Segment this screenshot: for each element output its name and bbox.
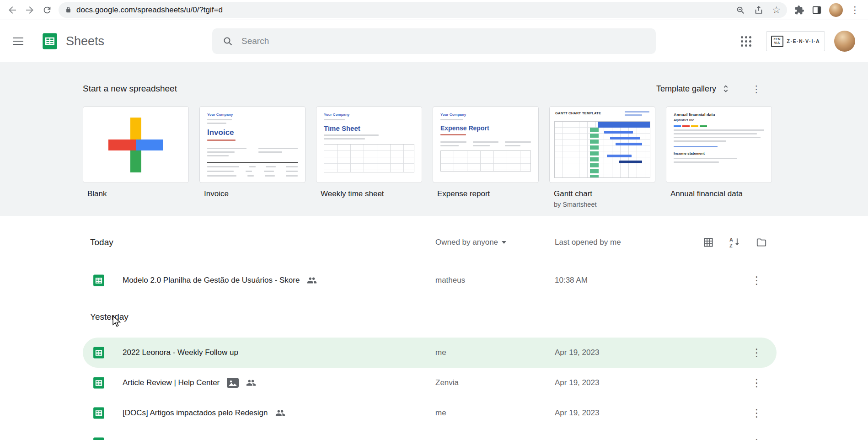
template-label: Expense report bbox=[437, 189, 539, 199]
row-menu-button[interactable]: ⋮ bbox=[751, 275, 777, 286]
row-menu-button[interactable]: ⋮ bbox=[751, 348, 777, 358]
template-card-expense-report[interactable]: Your Company Expense Report Expense repo… bbox=[433, 106, 539, 208]
forward-button[interactable] bbox=[21, 1, 38, 19]
file-row[interactable]: Article Review | Help Center Zenvia Apr … bbox=[83, 368, 777, 398]
template-card-weekly-time-sheet[interactable]: Your Company Time Sheet Weekly time shee… bbox=[316, 106, 422, 208]
account-avatar[interactable] bbox=[834, 31, 855, 52]
search-bar[interactable] bbox=[212, 28, 656, 54]
thumb-company-text: Your Company bbox=[324, 113, 414, 117]
browser-profile-avatar[interactable] bbox=[829, 3, 843, 17]
search-input[interactable] bbox=[241, 36, 646, 46]
group-label-today: Today bbox=[83, 237, 435, 247]
app-title: Sheets bbox=[66, 34, 104, 48]
file-last-opened: Apr 19, 2023 bbox=[555, 378, 692, 387]
google-apps-button[interactable] bbox=[736, 31, 757, 52]
row-menu-button[interactable]: ⋮ bbox=[751, 378, 777, 388]
kebab-icon: ⋮ bbox=[751, 437, 762, 440]
template-card-annual-financial-data[interactable]: Annual financial data Alphabet Inc. Inco… bbox=[666, 106, 772, 208]
browser-menu-button[interactable]: ⋮ bbox=[850, 5, 860, 15]
new-blank-plus-icon bbox=[108, 118, 163, 172]
template-section: Start a new spreadsheet Template gallery… bbox=[0, 62, 868, 216]
template-card-invoice[interactable]: Your Company Invoice Invoice bbox=[199, 106, 305, 208]
row-menu-button[interactable]: ⋮ bbox=[751, 408, 777, 419]
file-row-partial[interactable]: [Attention] Artigos impactados pelo Rede… bbox=[83, 428, 777, 440]
mouse-cursor bbox=[112, 316, 123, 327]
share-icon[interactable] bbox=[754, 5, 764, 15]
sheets-logo-icon bbox=[40, 32, 59, 51]
back-button[interactable] bbox=[4, 1, 21, 19]
sheets-file-icon bbox=[92, 436, 123, 440]
file-owner: me bbox=[435, 408, 555, 418]
forward-icon bbox=[24, 5, 35, 16]
kebab-icon: ⋮ bbox=[751, 347, 762, 359]
thumb-company-text: Your Company bbox=[207, 113, 298, 117]
sheets-logo[interactable] bbox=[40, 32, 59, 51]
workspace-badge-text: Z·E·N·V·I·A bbox=[787, 38, 820, 44]
back-icon bbox=[7, 5, 18, 16]
file-row[interactable]: Modelo 2.0 Planilha de Gestão de Usuário… bbox=[83, 265, 777, 295]
side-panel-icon[interactable] bbox=[812, 5, 822, 15]
main-menu-button[interactable] bbox=[7, 30, 29, 52]
header-right: ZEN VIA Z·E·N·V·I·A bbox=[736, 31, 868, 52]
file-row[interactable]: [DOCs] Artigos impactados pelo Redesign … bbox=[83, 398, 777, 428]
file-title: [DOCs] Artigos impactados pelo Redesign bbox=[123, 408, 268, 418]
template-card-blank[interactable]: Blank bbox=[83, 106, 189, 208]
az-sort-icon: AZ bbox=[729, 236, 741, 248]
template-thumbnail-annual: Annual financial data Alphabet Inc. Inco… bbox=[666, 106, 772, 183]
bookmark-star-icon[interactable]: ☆ bbox=[772, 5, 781, 15]
thumb-line bbox=[674, 129, 764, 131]
reload-button[interactable] bbox=[38, 1, 56, 19]
thumb-title: Expense Report bbox=[440, 124, 531, 132]
shared-people-icon bbox=[246, 378, 256, 388]
workspace-badge: ZEN VIA Z·E·N·V·I·A bbox=[766, 31, 825, 51]
file-owner: Zenvia bbox=[435, 378, 555, 387]
template-label: Annual financial data bbox=[670, 189, 772, 199]
hamburger-icon bbox=[13, 38, 23, 38]
zoom-icon[interactable] bbox=[735, 5, 745, 15]
sheets-file-icon bbox=[92, 274, 123, 287]
template-section-menu-button[interactable]: ⋮ bbox=[747, 80, 766, 98]
file-owner: matheus bbox=[435, 276, 555, 285]
grid-view-icon bbox=[702, 236, 714, 248]
template-gallery-button[interactable]: Template gallery bbox=[652, 81, 735, 97]
sort-button[interactable]: AZ bbox=[727, 235, 743, 250]
thumb-subtitle: Alphabet Inc. bbox=[674, 118, 764, 122]
list-view-controls: AZ bbox=[701, 235, 777, 250]
thumb-title: Time Sheet bbox=[324, 124, 414, 132]
shared-people-icon bbox=[307, 275, 317, 285]
thumb-line bbox=[207, 119, 232, 120]
thumb-title: Annual financial data bbox=[674, 113, 764, 118]
template-card-gantt-chart[interactable]: GANTT CHART TEMPLATE Gantt chart by Sm bbox=[549, 106, 655, 208]
kebab-icon: ⋮ bbox=[752, 84, 761, 94]
thumb-line bbox=[674, 158, 737, 159]
grid-view-button[interactable] bbox=[701, 235, 716, 250]
thumb-table bbox=[440, 150, 531, 172]
template-label: Gantt chart bbox=[554, 189, 655, 199]
toolbar-right: ⋮ bbox=[790, 3, 864, 17]
thumb-line bbox=[674, 133, 757, 134]
file-last-opened: 10:38 AM bbox=[555, 276, 692, 285]
thumb-company-text: Your Company bbox=[440, 113, 531, 117]
file-row-selected[interactable]: 2022 Leonora - Weekly Follow up me Apr 1… bbox=[83, 338, 777, 368]
template-actions: Template gallery ⋮ bbox=[652, 80, 766, 98]
extensions-puzzle-icon[interactable] bbox=[794, 5, 804, 15]
template-cards: Blank Your Company Invoice bbox=[83, 106, 777, 208]
thumb-line bbox=[440, 134, 466, 135]
owner-filter-dropdown[interactable]: Owned by anyone bbox=[435, 238, 555, 247]
app-header: Sheets ZEN VIA Z·E·N·V·I·A bbox=[0, 20, 868, 62]
svg-text:A: A bbox=[729, 237, 733, 242]
address-bar[interactable]: docs.google.com/spreadsheets/u/0/?tgif=d… bbox=[59, 2, 787, 18]
color-strip bbox=[674, 125, 764, 127]
column-last-opened[interactable]: Last opened by me bbox=[555, 238, 692, 247]
thumb-table bbox=[324, 144, 414, 172]
row-menu-button[interactable]: ⋮ bbox=[751, 438, 777, 440]
apps-grid-icon bbox=[741, 36, 751, 47]
kebab-icon: ⋮ bbox=[751, 274, 762, 286]
thumb-line bbox=[324, 138, 365, 140]
group-label-yesterday: Yesterday bbox=[90, 312, 777, 323]
lock-icon[interactable] bbox=[65, 6, 72, 13]
shared-people-icon bbox=[275, 408, 285, 418]
template-thumbnail-timesheet: Your Company Time Sheet bbox=[316, 106, 422, 183]
open-file-picker-button[interactable] bbox=[754, 235, 769, 250]
svg-text:Z: Z bbox=[729, 243, 733, 248]
